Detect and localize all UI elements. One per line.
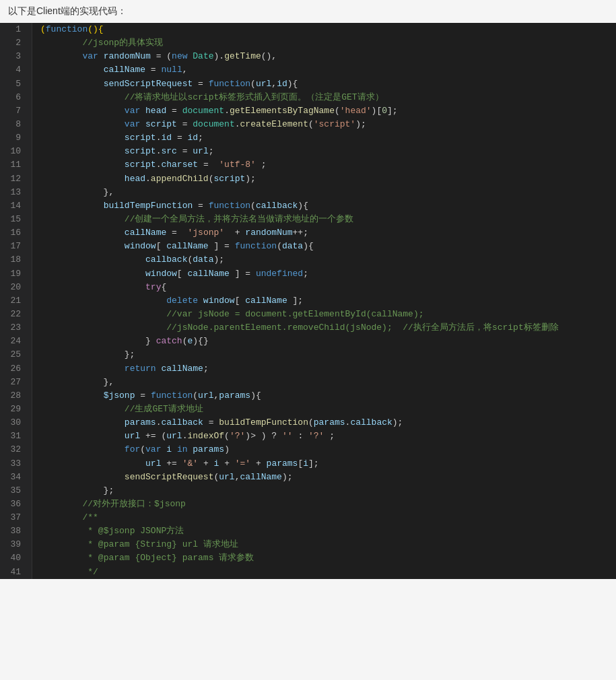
code-content: url += '&' + i + '=' + params[i];: [32, 457, 616, 471]
line-number: 21: [0, 294, 32, 308]
code-content: callName = null,: [32, 63, 616, 77]
code-content: },: [32, 186, 616, 199]
line-number: 6: [0, 91, 32, 104]
line-number: 41: [0, 566, 32, 579]
code-table: 1(function(){2 //jsonp的具体实现3 var randomN…: [0, 23, 616, 579]
code-row: 4 callName = null,: [0, 63, 616, 77]
line-number: 37: [0, 511, 32, 524]
line-number: 5: [0, 77, 32, 91]
code-row: 41 */: [0, 566, 616, 579]
code-row: 25 };: [0, 348, 616, 362]
code-row: 28 $jsonp = function(url,params){: [0, 389, 616, 403]
code-content: * @param {Object} params 请求参数: [32, 551, 616, 565]
code-row: 2 //jsonp的具体实现: [0, 36, 616, 50]
code-row: 36 //对外开放接口：$jsonp: [0, 498, 616, 511]
line-number: 10: [0, 145, 32, 158]
line-number: 7: [0, 104, 32, 118]
line-number: 26: [0, 362, 32, 376]
code-row: 33 url += '&' + i + '=' + params[i];: [0, 457, 616, 471]
code-content: params.callback = buildTempFunction(para…: [32, 416, 616, 430]
code-content: //jsonp的具体实现: [32, 36, 616, 50]
line-number: 19: [0, 267, 32, 281]
code-content: */: [32, 566, 616, 579]
line-number: 38: [0, 524, 32, 538]
line-number: 9: [0, 131, 32, 145]
code-content: //对外开放接口：$jsonp: [32, 498, 616, 511]
code-content: $jsonp = function(url,params){: [32, 389, 616, 403]
code-content: //var jsNode = document.getElementById(c…: [32, 308, 616, 321]
code-row: 27 },: [0, 376, 616, 389]
code-content: buildTempFunction = function(callback){: [32, 199, 616, 213]
line-number: 15: [0, 213, 32, 226]
line-number: 28: [0, 389, 32, 403]
code-row: 38 * @$jsonp JSONP方法: [0, 524, 616, 538]
line-number: 2: [0, 36, 32, 50]
code-row: 39 * @param {String} url 请求地址: [0, 538, 616, 551]
code-row: 24 } catch(e){}: [0, 335, 616, 348]
code-content: return callName;: [32, 362, 616, 376]
code-row: 34 sendScriptRequest(url,callName);: [0, 471, 616, 484]
code-content: } catch(e){}: [32, 335, 616, 348]
line-number: 18: [0, 253, 32, 267]
line-number: 40: [0, 551, 32, 565]
code-content: * @param {String} url 请求地址: [32, 538, 616, 551]
line-number: 11: [0, 158, 32, 172]
line-number: 34: [0, 471, 32, 484]
code-content: var head = document.getElementsByTagName…: [32, 104, 616, 118]
code-content: //创建一个全局方法，并将方法名当做请求地址的一个参数: [32, 213, 616, 226]
line-number: 31: [0, 430, 32, 443]
line-number: 29: [0, 403, 32, 416]
line-number: 30: [0, 416, 32, 430]
line-number: 27: [0, 376, 32, 389]
code-row: 29 //生成GET请求地址: [0, 403, 616, 416]
code-content: url += (url.indexOf('?')> ) ? '' : '?' ;: [32, 430, 616, 443]
code-content: window[ callName ] = function(data){: [32, 240, 616, 253]
line-number: 39: [0, 538, 32, 551]
code-row: 20 try{: [0, 281, 616, 294]
line-number: 32: [0, 443, 32, 456]
code-row: 15 //创建一个全局方法，并将方法名当做请求地址的一个参数: [0, 213, 616, 226]
code-row: 10 script.src = url;: [0, 145, 616, 158]
code-row: 11 script.charset = 'utf-8' ;: [0, 158, 616, 172]
line-number: 12: [0, 172, 32, 186]
code-content: * @$jsonp JSONP方法: [32, 524, 616, 538]
code-content: },: [32, 376, 616, 389]
code-row: 32 for(var i in params): [0, 443, 616, 456]
code-row: 3 var randomNum = (new Date).getTime(),: [0, 50, 616, 63]
line-number: 20: [0, 281, 32, 294]
code-content: };: [32, 348, 616, 362]
line-number: 16: [0, 226, 32, 240]
code-content: script.src = url;: [32, 145, 616, 158]
code-row: 19 window[ callName ] = undefined;: [0, 267, 616, 281]
code-row: 16 callName = 'jsonp' + randomNum++;: [0, 226, 616, 240]
code-content: script.id = id;: [32, 131, 616, 145]
code-row: 6 //将请求地址以script标签形式插入到页面。（注定是GET请求）: [0, 91, 616, 104]
code-content: callName = 'jsonp' + randomNum++;: [32, 226, 616, 240]
code-content: head.appendChild(script);: [32, 172, 616, 186]
code-row: 26 return callName;: [0, 362, 616, 376]
line-number: 14: [0, 199, 32, 213]
code-content: callback(data);: [32, 253, 616, 267]
code-content: //jsNode.parentElement.removeChild(jsNod…: [32, 321, 616, 335]
line-number: 33: [0, 457, 32, 471]
code-row: 14 buildTempFunction = function(callback…: [0, 199, 616, 213]
line-number: 24: [0, 335, 32, 348]
line-number: 35: [0, 484, 32, 498]
code-content: var script = document.createElement('scr…: [32, 118, 616, 131]
line-number: 25: [0, 348, 32, 362]
line-number: 22: [0, 308, 32, 321]
code-row: 30 params.callback = buildTempFunction(p…: [0, 416, 616, 430]
code-row: 12 head.appendChild(script);: [0, 172, 616, 186]
code-content: delete window[ callName ];: [32, 294, 616, 308]
intro-text: 以下是Client端的实现代码：: [0, 0, 616, 23]
code-row: 13 },: [0, 186, 616, 199]
code-content: (function(){: [32, 23, 616, 36]
line-number: 1: [0, 23, 32, 36]
code-content: };: [32, 484, 616, 498]
line-number: 17: [0, 240, 32, 253]
code-row: 40 * @param {Object} params 请求参数: [0, 551, 616, 565]
code-content: /**: [32, 511, 616, 524]
line-number: 23: [0, 321, 32, 335]
code-content: sendScriptRequest = function(url,id){: [32, 77, 616, 91]
code-row: 9 script.id = id;: [0, 131, 616, 145]
